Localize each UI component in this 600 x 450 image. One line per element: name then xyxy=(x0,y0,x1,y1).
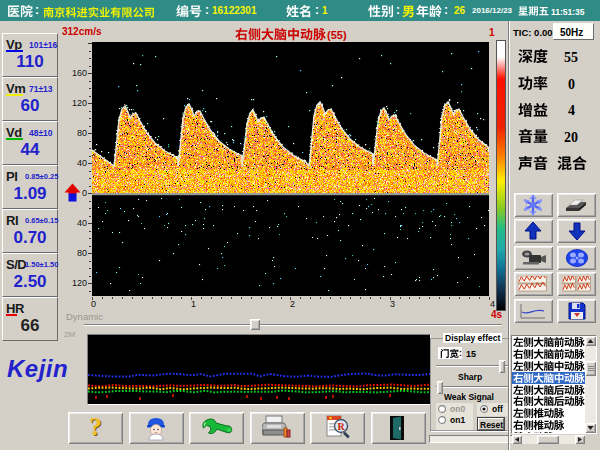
svg-text:R: R xyxy=(337,421,345,432)
